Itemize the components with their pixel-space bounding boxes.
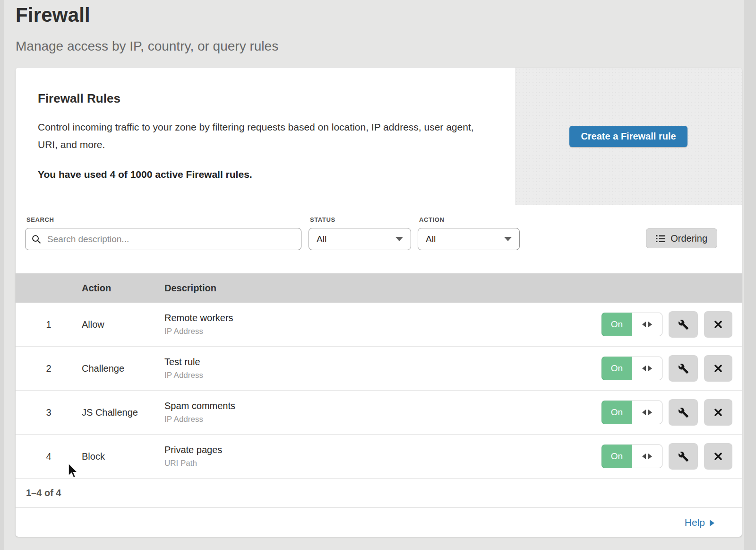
rules-usage-text: You have used 4 of 1000 active Firewall …	[38, 169, 487, 180]
table-header: Action Description	[16, 273, 742, 303]
rule-action: Allow	[82, 319, 164, 330]
toggle-on-label[interactable]: On	[601, 445, 632, 468]
page-edge-right	[744, 0, 756, 550]
rule-controls: On	[600, 443, 742, 470]
action-select-value: All	[426, 234, 436, 244]
rule-priority: 2	[16, 363, 82, 374]
delete-rule-button[interactable]	[704, 311, 732, 338]
priority-drag-handle[interactable]	[632, 445, 662, 468]
close-icon	[713, 364, 723, 373]
toggle-on-label[interactable]: On	[601, 313, 632, 336]
rule-match-type: IP Address	[164, 415, 600, 424]
delete-rule-button[interactable]	[704, 399, 732, 426]
rule-enabled-toggle[interactable]: On	[601, 401, 662, 424]
close-icon	[713, 452, 723, 461]
rule-description-cell: Test rule IP Address	[164, 357, 600, 380]
status-select-value: All	[317, 234, 326, 244]
toggle-on-label[interactable]: On	[601, 401, 632, 424]
rule-priority: 3	[16, 407, 82, 418]
rule-enabled-toggle[interactable]: On	[601, 445, 662, 468]
wrench-icon	[678, 451, 689, 462]
rule-priority: 1	[16, 319, 82, 330]
chevron-down-icon	[395, 237, 403, 241]
rule-action: Block	[82, 451, 164, 462]
wrench-icon	[678, 407, 689, 418]
arrow-left-icon	[642, 322, 646, 327]
search-input[interactable]	[25, 228, 301, 250]
arrow-left-icon	[642, 454, 646, 459]
arrow-right-icon	[710, 520, 714, 526]
intro-section: Firewall Rules Control incoming traffic …	[16, 68, 742, 205]
rule-controls: On	[600, 311, 742, 338]
edit-rule-button[interactable]	[669, 443, 698, 470]
table-row: 3 JS Challenge Spam comments IP Address …	[16, 391, 742, 435]
priority-drag-handle[interactable]	[632, 357, 662, 380]
intro-text-panel: Firewall Rules Control incoming traffic …	[16, 68, 515, 205]
delete-rule-button[interactable]	[704, 443, 732, 470]
rule-action: JS Challenge	[82, 407, 164, 418]
search-label: SEARCH	[26, 216, 301, 223]
status-label: STATUS	[310, 216, 411, 223]
page-edge-left	[0, 0, 4, 550]
help-link[interactable]: Help	[685, 517, 714, 528]
action-select[interactable]: All	[418, 228, 520, 250]
ordering-list-icon	[656, 235, 665, 243]
wrench-icon	[678, 319, 689, 330]
rule-description: Test rule	[164, 357, 600, 367]
arrow-left-icon	[642, 410, 646, 415]
rule-controls: On	[600, 399, 742, 426]
wrench-icon	[678, 363, 689, 374]
search-icon	[32, 235, 41, 244]
ordering-button[interactable]: Ordering	[646, 228, 717, 248]
column-header-action: Action	[82, 283, 164, 294]
table-row: 4 Block Private pages URI Path On	[16, 435, 742, 479]
rule-enabled-toggle[interactable]: On	[601, 313, 662, 336]
arrow-right-icon	[648, 366, 652, 371]
help-label: Help	[685, 517, 705, 528]
create-firewall-rule-button[interactable]: Create a Firewall rule	[569, 126, 687, 147]
edit-rule-button[interactable]	[669, 355, 698, 382]
filter-bar: SEARCH STATUS All ACTION All	[16, 205, 742, 273]
status-select[interactable]: All	[309, 228, 411, 250]
action-field-group: ACTION All	[418, 216, 520, 250]
rule-enabled-toggle[interactable]: On	[601, 357, 662, 380]
card-description: Control incoming traffic to your zone by…	[38, 118, 487, 153]
rule-match-type: IP Address	[164, 327, 600, 336]
arrow-left-icon	[642, 366, 646, 371]
create-rule-panel: Create a Firewall rule	[515, 68, 742, 205]
rule-controls: On	[600, 355, 742, 382]
status-field-group: STATUS All	[309, 216, 411, 250]
arrow-right-icon	[648, 454, 652, 459]
rule-match-type: IP Address	[164, 371, 600, 380]
rule-description-cell: Spam comments IP Address	[164, 401, 600, 424]
rule-description: Private pages	[164, 445, 600, 455]
edit-rule-button[interactable]	[669, 311, 698, 338]
rule-description-cell: Remote workers IP Address	[164, 313, 600, 336]
ordering-button-label: Ordering	[670, 233, 707, 244]
firewall-rules-card: Firewall Rules Control incoming traffic …	[16, 68, 742, 537]
rule-description-cell: Private pages URI Path	[164, 445, 600, 468]
priority-drag-handle[interactable]	[632, 313, 662, 336]
chevron-down-icon	[504, 237, 512, 241]
card-footer: Help	[16, 508, 742, 537]
arrow-right-icon	[648, 322, 652, 327]
card-heading: Firewall Rules	[38, 91, 487, 106]
rule-priority: 4	[16, 451, 82, 462]
rule-action: Challenge	[82, 363, 164, 374]
toggle-on-label[interactable]: On	[601, 357, 632, 380]
rule-description: Spam comments	[164, 401, 600, 411]
edit-rule-button[interactable]	[669, 399, 698, 426]
table-row: 1 Allow Remote workers IP Address On	[16, 303, 742, 347]
priority-drag-handle[interactable]	[632, 401, 662, 424]
page-header: Firewall Manage access by IP, country, o…	[16, 4, 278, 54]
search-field-group: SEARCH	[25, 216, 301, 250]
page-title: Firewall	[16, 4, 278, 26]
rule-match-type: URI Path	[164, 459, 600, 468]
table-row: 2 Challenge Test rule IP Address On	[16, 347, 742, 391]
pagination: 1–4 of 4	[16, 479, 742, 508]
delete-rule-button[interactable]	[704, 355, 732, 382]
page-subtitle: Manage access by IP, country, or query r…	[16, 39, 278, 54]
action-label: ACTION	[419, 216, 520, 223]
arrow-right-icon	[648, 410, 652, 415]
rule-description: Remote workers	[164, 313, 600, 323]
